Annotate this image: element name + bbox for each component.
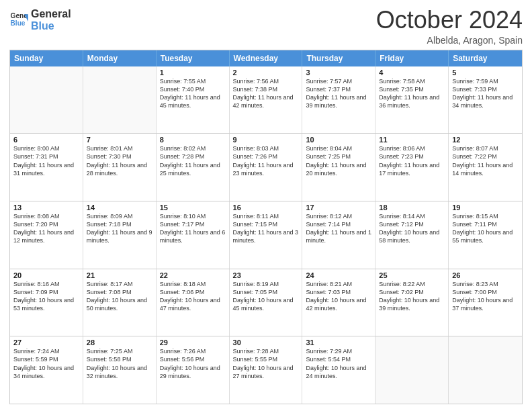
cal-cell-0-1 <box>83 66 157 134</box>
day-number: 6 <box>13 136 79 144</box>
day-number: 22 <box>160 271 226 279</box>
header-thursday: Thursday <box>302 50 375 66</box>
cell-text: Sunrise: 7:58 AM Sunset: 7:35 PM Dayligh… <box>379 77 445 110</box>
cell-text: Sunrise: 8:14 AM Sunset: 7:12 PM Dayligh… <box>379 212 445 245</box>
day-number: 31 <box>306 338 371 347</box>
cell-text: Sunrise: 8:08 AM Sunset: 7:20 PM Dayligh… <box>13 212 79 245</box>
cell-text: Sunrise: 8:18 AM Sunset: 7:06 PM Dayligh… <box>160 280 226 313</box>
header-saturday: Saturday <box>449 50 522 66</box>
cal-cell-4-3: 30Sunrise: 7:28 AM Sunset: 5:55 PM Dayli… <box>230 336 303 404</box>
cell-text: Sunrise: 7:26 AM Sunset: 5:56 PM Dayligh… <box>160 347 226 380</box>
cell-text: Sunrise: 8:15 AM Sunset: 7:11 PM Dayligh… <box>452 212 519 245</box>
cal-cell-1-6: 12Sunrise: 8:07 AM Sunset: 7:22 PM Dayli… <box>449 134 522 201</box>
cell-text: Sunrise: 8:19 AM Sunset: 7:05 PM Dayligh… <box>233 280 299 313</box>
day-number: 24 <box>306 271 371 279</box>
cal-cell-1-3: 9Sunrise: 8:03 AM Sunset: 7:26 PM Daylig… <box>230 134 303 201</box>
cal-cell-4-2: 29Sunrise: 7:26 AM Sunset: 5:56 PM Dayli… <box>157 336 230 404</box>
cell-text: Sunrise: 8:04 AM Sunset: 7:25 PM Dayligh… <box>306 144 371 177</box>
day-number: 27 <box>13 338 79 347</box>
day-number: 29 <box>160 338 226 347</box>
cal-cell-0-4: 3Sunrise: 7:57 AM Sunset: 7:37 PM Daylig… <box>302 66 375 134</box>
cell-text: Sunrise: 8:07 AM Sunset: 7:22 PM Dayligh… <box>452 144 519 177</box>
cal-cell-1-4: 10Sunrise: 8:04 AM Sunset: 7:25 PM Dayli… <box>302 134 375 201</box>
cal-row-2: 13Sunrise: 8:08 AM Sunset: 7:20 PM Dayli… <box>10 201 522 269</box>
day-number: 9 <box>233 136 299 144</box>
cal-cell-2-4: 17Sunrise: 8:12 AM Sunset: 7:14 PM Dayli… <box>302 201 375 269</box>
cell-text: Sunrise: 7:56 AM Sunset: 7:38 PM Dayligh… <box>233 77 299 110</box>
cell-text: Sunrise: 8:23 AM Sunset: 7:00 PM Dayligh… <box>452 280 519 313</box>
day-number: 21 <box>87 271 152 279</box>
location: Albelda, Aragon, Spain <box>376 35 523 46</box>
cal-cell-2-3: 16Sunrise: 8:11 AM Sunset: 7:15 PM Dayli… <box>230 201 303 269</box>
day-number: 4 <box>379 68 445 77</box>
logo-general: General <box>31 8 71 20</box>
cell-text: Sunrise: 8:02 AM Sunset: 7:28 PM Dayligh… <box>160 144 226 177</box>
cell-text: Sunrise: 8:11 AM Sunset: 7:15 PM Dayligh… <box>233 212 299 245</box>
cal-row-3: 20Sunrise: 8:16 AM Sunset: 7:09 PM Dayli… <box>10 269 522 336</box>
svg-text:Blue: Blue <box>11 19 26 27</box>
cell-text: Sunrise: 7:25 AM Sunset: 5:58 PM Dayligh… <box>87 347 152 380</box>
logo-icon: General Blue <box>9 10 28 29</box>
day-number: 20 <box>13 271 79 279</box>
cell-text: Sunrise: 8:10 AM Sunset: 7:17 PM Dayligh… <box>160 212 226 245</box>
page: General Blue General Blue October 2024 A… <box>0 0 532 411</box>
cal-cell-3-1: 21Sunrise: 8:17 AM Sunset: 7:08 PM Dayli… <box>83 269 157 336</box>
day-number: 17 <box>306 203 371 212</box>
cell-text: Sunrise: 8:00 AM Sunset: 7:31 PM Dayligh… <box>13 144 79 177</box>
title-block: October 2024 Albelda, Aragon, Spain <box>376 7 523 46</box>
calendar: Sunday Monday Tuesday Wednesday Thursday… <box>9 50 523 404</box>
cal-cell-3-5: 25Sunrise: 8:22 AM Sunset: 7:02 PM Dayli… <box>375 269 449 336</box>
day-number: 5 <box>452 68 519 77</box>
header-monday: Monday <box>83 50 157 66</box>
day-number: 12 <box>452 136 519 144</box>
cal-row-1: 6Sunrise: 8:00 AM Sunset: 7:31 PM Daylig… <box>10 133 522 201</box>
day-number: 19 <box>452 203 519 212</box>
cal-cell-1-0: 6Sunrise: 8:00 AM Sunset: 7:31 PM Daylig… <box>10 134 83 201</box>
cal-cell-3-4: 24Sunrise: 8:21 AM Sunset: 7:03 PM Dayli… <box>302 269 375 336</box>
cal-cell-0-6: 5Sunrise: 7:59 AM Sunset: 7:33 PM Daylig… <box>449 66 522 134</box>
cal-cell-0-2: 1Sunrise: 7:55 AM Sunset: 7:40 PM Daylig… <box>157 66 230 134</box>
day-number: 28 <box>87 338 152 347</box>
day-number: 8 <box>160 136 226 144</box>
header-friday: Friday <box>375 50 449 66</box>
cal-cell-3-0: 20Sunrise: 8:16 AM Sunset: 7:09 PM Dayli… <box>10 269 83 336</box>
day-number: 3 <box>306 68 371 77</box>
cal-cell-0-0 <box>10 66 83 134</box>
header-tuesday: Tuesday <box>157 50 230 66</box>
cal-cell-1-1: 7Sunrise: 8:01 AM Sunset: 7:30 PM Daylig… <box>83 134 157 201</box>
cell-text: Sunrise: 8:03 AM Sunset: 7:26 PM Dayligh… <box>233 144 299 177</box>
cal-cell-2-0: 13Sunrise: 8:08 AM Sunset: 7:20 PM Dayli… <box>10 201 83 269</box>
cal-cell-4-6 <box>449 336 522 404</box>
cell-text: Sunrise: 7:24 AM Sunset: 5:59 PM Dayligh… <box>13 347 79 380</box>
logo: General Blue General Blue <box>9 7 71 32</box>
cal-cell-4-4: 31Sunrise: 7:29 AM Sunset: 5:54 PM Dayli… <box>302 336 375 404</box>
day-number: 10 <box>306 136 371 144</box>
cell-text: Sunrise: 8:06 AM Sunset: 7:23 PM Dayligh… <box>379 144 445 177</box>
day-number: 14 <box>87 203 152 212</box>
day-number: 25 <box>379 271 445 279</box>
day-number: 11 <box>379 136 445 144</box>
cal-cell-0-5: 4Sunrise: 7:58 AM Sunset: 7:35 PM Daylig… <box>375 66 449 134</box>
cell-text: Sunrise: 8:22 AM Sunset: 7:02 PM Dayligh… <box>379 280 445 313</box>
cell-text: Sunrise: 8:16 AM Sunset: 7:09 PM Dayligh… <box>13 280 79 313</box>
day-number: 18 <box>379 203 445 212</box>
cell-text: Sunrise: 8:17 AM Sunset: 7:08 PM Dayligh… <box>87 280 152 313</box>
cell-text: Sunrise: 7:29 AM Sunset: 5:54 PM Dayligh… <box>306 347 371 380</box>
cell-text: Sunrise: 7:28 AM Sunset: 5:55 PM Dayligh… <box>233 347 299 380</box>
cal-cell-3-3: 23Sunrise: 8:19 AM Sunset: 7:05 PM Dayli… <box>230 269 303 336</box>
cal-cell-2-6: 19Sunrise: 8:15 AM Sunset: 7:11 PM Dayli… <box>449 201 522 269</box>
cell-text: Sunrise: 7:55 AM Sunset: 7:40 PM Dayligh… <box>160 77 226 110</box>
cell-text: Sunrise: 8:01 AM Sunset: 7:30 PM Dayligh… <box>87 144 152 177</box>
cal-cell-0-3: 2Sunrise: 7:56 AM Sunset: 7:38 PM Daylig… <box>230 66 303 134</box>
calendar-header: Sunday Monday Tuesday Wednesday Thursday… <box>10 50 522 66</box>
day-number: 26 <box>452 271 519 279</box>
cell-text: Sunrise: 8:12 AM Sunset: 7:14 PM Dayligh… <box>306 212 371 245</box>
cal-cell-4-0: 27Sunrise: 7:24 AM Sunset: 5:59 PM Dayli… <box>10 336 83 404</box>
day-number: 30 <box>233 338 299 347</box>
cal-row-4: 27Sunrise: 7:24 AM Sunset: 5:59 PM Dayli… <box>10 336 522 404</box>
cal-cell-2-2: 15Sunrise: 8:10 AM Sunset: 7:17 PM Dayli… <box>157 201 230 269</box>
logo-blue: Blue <box>31 20 71 32</box>
day-number: 7 <box>87 136 152 144</box>
cal-cell-3-2: 22Sunrise: 8:18 AM Sunset: 7:06 PM Dayli… <box>157 269 230 336</box>
day-number: 23 <box>233 271 299 279</box>
